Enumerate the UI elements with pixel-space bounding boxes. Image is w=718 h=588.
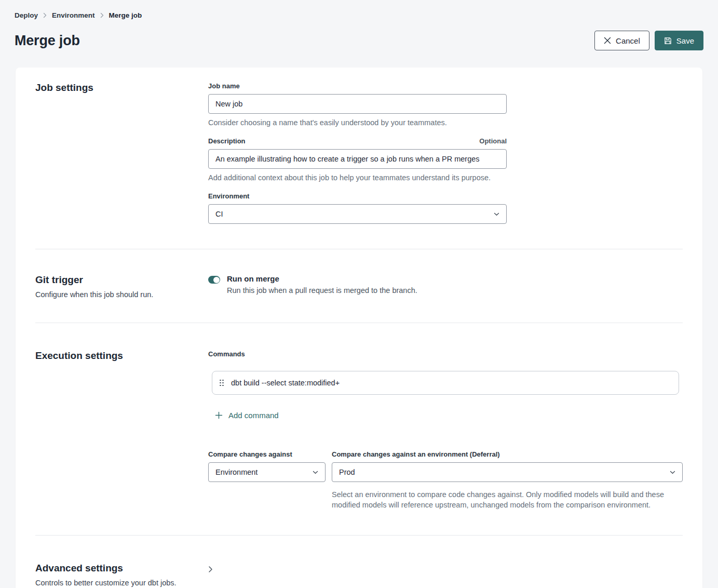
run-on-merge-label: Run on merge [227,274,417,283]
job-settings-heading: Job settings [35,82,208,93]
header-actions: Cancel Save [594,31,703,50]
chevron-right-icon [100,12,104,18]
chevron-right-icon [208,566,213,573]
job-name-input[interactable] [208,94,507,114]
environment-select[interactable]: CI [208,204,507,224]
deferral-select-value: Prod [339,468,355,476]
compare-changes-field-group: Compare changes against Environment [208,450,326,510]
breadcrumb: Deploy Environment Merge job [15,11,703,19]
section-git-trigger: Git trigger Configure when this job shou… [16,249,702,323]
git-trigger-heading: Git trigger [35,274,208,286]
compare-row: Compare changes against Environment Comp… [208,450,683,510]
environment-field-group: Environment CI [208,192,507,224]
toggle-knob [213,277,220,283]
section-execution-settings: Execution settings Commands Add command [16,323,702,535]
cancel-button-label: Cancel [616,36,640,45]
commands-label: Commands [208,350,683,358]
save-icon [664,37,672,45]
breadcrumb-item-merge-job: Merge job [109,11,142,19]
command-row [212,371,679,395]
section-job-settings: Job settings Job name Consider choosing … [16,68,702,249]
advanced-settings-heading: Advanced settings [35,563,208,574]
run-on-merge-description: Run this job when a pull request is merg… [227,286,417,295]
environment-label: Environment [208,192,249,200]
job-name-field-group: Job name Consider choosing a name that's… [208,82,507,127]
chevron-down-icon [313,471,318,474]
compare-changes-label: Compare changes against [208,450,292,458]
page-title: Merge job [15,33,80,49]
deferral-label: Compare changes against an environment (… [332,450,500,458]
description-field-group: Description Optional Add additional cont… [208,137,507,182]
chevron-right-icon [43,12,47,18]
environment-select-value: CI [215,210,223,218]
description-input[interactable] [208,149,507,169]
advanced-settings-subtitle: Controls to better customize your dbt jo… [35,579,208,587]
description-label: Description [208,137,246,145]
chevron-down-icon [670,471,675,474]
compare-changes-select-value: Environment [215,468,258,476]
run-on-merge-toggle[interactable] [208,276,220,284]
chevron-down-icon [494,212,499,216]
breadcrumb-item-environment[interactable]: Environment [52,11,95,19]
description-helper: Add additional context about this job to… [208,173,507,182]
job-name-label: Job name [208,82,240,90]
drag-handle-icon[interactable] [220,380,224,386]
add-command-label: Add command [228,411,279,420]
advanced-settings-expand-button[interactable] [208,566,213,573]
job-name-helper: Consider choosing a name that's easily u… [208,118,507,127]
breadcrumb-item-deploy[interactable]: Deploy [15,11,38,19]
deferral-field-group: Compare changes against an environment (… [332,450,683,510]
page-header: Deploy Environment Merge job Merge job C… [0,0,718,50]
section-advanced-settings: Advanced settings Controls to better cus… [16,536,702,588]
plus-icon [215,411,223,419]
description-optional-tag: Optional [479,137,507,145]
add-command-button[interactable]: Add command [215,411,279,420]
save-button-label: Save [676,36,694,45]
compare-changes-select[interactable]: Environment [208,462,326,482]
execution-settings-heading: Execution settings [35,350,208,362]
save-button[interactable]: Save [655,31,703,50]
command-input[interactable] [231,379,671,387]
settings-card: Job settings Job name Consider choosing … [16,68,702,588]
git-trigger-subtitle: Configure when this job should run. [35,290,208,299]
close-icon [604,37,611,44]
deferral-helper: Select an environment to compare code ch… [332,489,669,510]
deferral-select[interactable]: Prod [332,462,683,482]
run-on-merge-row: Run on merge Run this job when a pull re… [208,274,683,295]
cancel-button[interactable]: Cancel [594,31,649,50]
